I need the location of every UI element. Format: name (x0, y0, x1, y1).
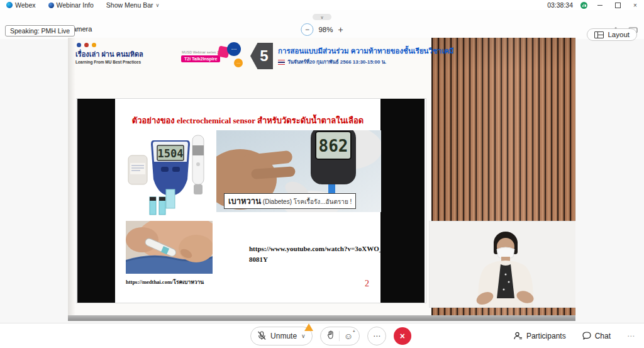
layout-button[interactable]: Layout (587, 28, 637, 41)
presentation-slide: ตัวอย่างของ electrochemical sensor สำหรั… (77, 99, 426, 303)
slide-page-number: 2 (365, 279, 369, 289)
banner-brand-sub: Learning From MU Best Practices (75, 60, 141, 64)
meeting-controlbar: ∨ Viewing PMH Live's camera − 98% + (0, 10, 644, 39)
episode-number: 5 (260, 47, 268, 65)
chat-bubble-icon (582, 332, 591, 340)
more-options-icon: ⋯ (373, 332, 380, 340)
diabetes-caption: เบาหวาน (Diabetes) โรคเรื้อรัง...อันตราย… (224, 193, 356, 209)
slide-black-bar-right (380, 99, 425, 303)
warning-triangle-icon (304, 323, 313, 331)
medthai-link-text: https://medthai.com/โรคเบาหวาน (126, 278, 204, 286)
restore-button[interactable] (609, 0, 626, 10)
banner-session-date: วันจันทร์ที่20 กุมภาพันธ์ 2566 13:30-15:… (278, 58, 386, 66)
meter1-lcd-value: 1504 (158, 147, 184, 160)
diabetes-caption-rest: (Diabetes) โรคเรื้อรัง...อันตราย ! (261, 198, 352, 205)
smiley-icon: ☺ (344, 331, 353, 341)
minus-icon: − (305, 26, 309, 33)
close-button[interactable]: × (626, 0, 644, 10)
participants-icon (514, 332, 523, 340)
speech-bubble-blue-icon: ⋯ (227, 42, 241, 56)
banner-brand-thai: เรื่องเล่า ผ่าน คนมหิดล (75, 48, 143, 60)
webex-logo-icon (6, 2, 13, 8)
zoom-level-value: 98% (318, 26, 333, 33)
youtube-link-text: https://www.youtube.com/watch?v=3oXWO_80… (249, 244, 384, 265)
banner-session-title: การสอนแบบมีส่วนร่วม ความท้าทายของชั้นเรี… (278, 45, 453, 57)
window-titlebar: Webex Webinar Info Show Menu Bar ∨ 03:38… (0, 0, 644, 10)
chevron-down-icon: ∨ (320, 15, 323, 20)
webinar-info-icon (48, 3, 54, 8)
partner-logos (77, 43, 96, 47)
active-speaker-badge: Speaking: PMH Live (5, 25, 75, 36)
raise-hand-button[interactable] (327, 330, 335, 342)
more-panels-icon: ⋯ (627, 332, 635, 340)
glucose-meter-kit-image: 1504 (126, 132, 213, 218)
screen-edge-shade (68, 38, 75, 315)
participants-button[interactable]: Participants (514, 332, 566, 340)
raise-hand-icon (327, 330, 335, 339)
slide-black-bar-left (77, 99, 115, 303)
plus-icon: + (338, 25, 343, 35)
restore-icon (615, 3, 621, 8)
reactions-button[interactable]: ☺ (344, 332, 353, 340)
minimize-button[interactable] (591, 0, 609, 10)
chat-label: Chat (595, 332, 611, 340)
collapse-controls-button[interactable]: ∨ (313, 14, 331, 20)
call-controls-toolbar: Unmute ∨ ☺ ⋯ × (0, 323, 644, 348)
layout-grid-icon (594, 31, 604, 38)
webinar-banner: เรื่องเล่า ผ่าน คนมหิดล Learning From MU… (69, 42, 431, 77)
webex-window: Webex Webinar Info Show Menu Bar ∨ 03:38… (0, 0, 644, 348)
layout-button-label: Layout (608, 31, 630, 38)
insulin-injection-image (126, 221, 213, 274)
unmute-label: Unmute (270, 332, 297, 340)
speaker-video-inset (430, 222, 575, 307)
reactions-group: ☺ (320, 327, 360, 345)
session-timer: 03:38:34 (543, 1, 577, 9)
zoom-controls: − 98% + (301, 23, 343, 36)
more-panels-button[interactable]: ⋯ (627, 332, 635, 340)
diabetes-caption-thai: เบาหวาน (228, 196, 261, 206)
zoom-in-button[interactable]: + (338, 25, 343, 34)
meter2-lcd-value: 862 (319, 137, 348, 155)
floor-strip (68, 315, 575, 321)
unmute-button[interactable]: Unmute ∨ (250, 327, 313, 345)
zoom-out-button[interactable]: − (301, 23, 313, 36)
speaker-illustration (430, 222, 575, 307)
close-icon: × (633, 2, 637, 9)
chat-button[interactable]: Chat (582, 332, 611, 340)
show-menu-bar-label: Show Menu Bar (106, 1, 153, 9)
talk2inspire-badge: T2i Talk2Inspire (181, 55, 220, 62)
leave-meeting-button[interactable]: × (394, 327, 411, 345)
leave-x-icon: × (400, 331, 405, 341)
webex-menu[interactable]: Webex (0, 0, 42, 10)
slide-heading: ตัวอย่างของ electrochemical sensor สำหรั… (115, 114, 380, 127)
show-menu-bar-menu[interactable]: Show Menu Bar ∨ (100, 0, 166, 10)
participants-label: Participants (526, 332, 566, 340)
divider (339, 331, 340, 341)
pmh-live-camera-feed: เรื่องเล่า ผ่าน คนมหิดล Learning From MU… (68, 38, 575, 321)
microphone-muted-icon (257, 331, 266, 340)
minimize-icon (597, 5, 602, 6)
unmute-options-chevron[interactable]: ∨ (301, 333, 306, 339)
webex-menu-label: Webex (15, 1, 36, 9)
thai-flag-icon (278, 60, 285, 65)
webinar-info-menu[interactable]: Webinar Info (42, 0, 100, 10)
speech-bubble-orange-icon: ⋯ (234, 59, 243, 67)
finger-prick-test-image: 862 เบาหวาน (Diabetes) โรคเรื้อรัง...อัน… (216, 130, 381, 212)
more-options-button[interactable]: ⋯ (367, 327, 386, 345)
episode-number-flag: 5 (250, 43, 273, 69)
banner-series-label: MUSD Webinar series 3 (182, 50, 219, 54)
connection-status-icon[interactable] (580, 2, 587, 9)
webinar-info-label: Webinar Info (57, 1, 94, 9)
chevron-down-icon: ∨ (156, 3, 160, 8)
